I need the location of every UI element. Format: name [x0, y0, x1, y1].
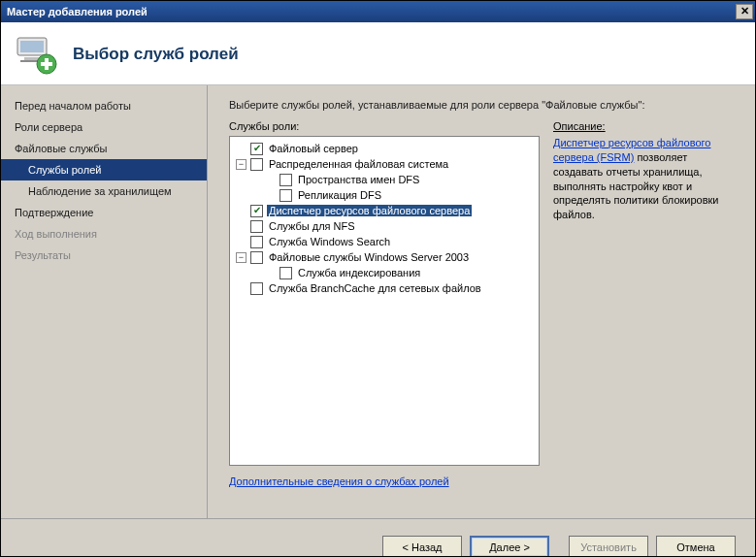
title-bar: Мастер добавления ролей ✕	[1, 1, 755, 22]
tree-row[interactable]: ✔Файловый сервер	[232, 141, 537, 156]
intro-text: Выберите службы ролей, устанавливаемые д…	[229, 99, 740, 111]
checkbox[interactable]	[250, 282, 263, 295]
tree-row[interactable]: Служба BranchCache для сетевых файлов	[232, 280, 537, 296]
role-services-tree[interactable]: ✔Файловый сервер−Распределенная файловая…	[229, 136, 540, 466]
tree-item-label[interactable]: Служба индексирования	[296, 267, 422, 278]
button-bar: < Назад Далее > Установить Отмена	[1, 518, 755, 557]
tree-row[interactable]: Служба Windows Search	[232, 234, 537, 249]
tree-item-label[interactable]: Репликация DFS	[296, 189, 383, 201]
tree-row[interactable]: Служба индексирования	[232, 265, 537, 280]
tree-row[interactable]: Репликация DFS	[232, 187, 537, 203]
page-title: Выбор служб ролей	[73, 45, 239, 64]
collapse-icon[interactable]: −	[236, 159, 247, 170]
tree-row[interactable]: −Файловые службы Windows Server 2003	[232, 249, 537, 265]
tree-item-label[interactable]: Службы для NFS	[267, 220, 357, 232]
sidebar-item[interactable]: Файловые службы	[1, 138, 207, 159]
tree-item-label[interactable]: Пространства имен DFS	[296, 174, 421, 185]
more-info-link[interactable]: Дополнительные сведения о службах ролей	[229, 475, 540, 487]
cancel-button[interactable]: Отмена	[656, 536, 736, 557]
checkbox[interactable]: ✔	[250, 205, 263, 217]
tree-row[interactable]: Пространства имен DFS	[232, 172, 537, 187]
sidebar-item[interactable]: Перед началом работы	[1, 95, 207, 116]
tree-item-label[interactable]: Диспетчер ресурсов файлового сервера	[267, 205, 472, 216]
sidebar-item[interactable]: Роли сервера	[1, 116, 207, 138]
checkbox[interactable]: ✔	[250, 143, 263, 155]
tree-item-label[interactable]: Файловые службы Windows Server 2003	[267, 251, 471, 263]
wizard-body: Перед началом работыРоли сервераФайловые…	[1, 85, 755, 518]
collapse-icon[interactable]: −	[236, 252, 247, 263]
checkbox[interactable]	[250, 158, 263, 171]
tree-heading: Службы роли:	[229, 120, 540, 132]
checkbox[interactable]	[250, 236, 263, 248]
window-title: Мастер добавления ролей	[7, 6, 148, 17]
checkbox[interactable]	[279, 267, 292, 279]
svg-rect-6	[41, 62, 52, 66]
install-button[interactable]: Установить	[569, 536, 648, 557]
wizard-header: Выбор служб ролей	[1, 22, 755, 85]
sidebar-item[interactable]: Службы ролей	[1, 159, 207, 180]
tree-item-label[interactable]: Файловый сервер	[267, 143, 360, 154]
checkbox[interactable]	[279, 174, 292, 186]
nav-sidebar: Перед началом работыРоли сервераФайловые…	[1, 85, 208, 518]
sidebar-item[interactable]: Наблюдение за хранилищем	[1, 180, 207, 202]
description-text: Диспетчер ресурсов файлового сервера (FS…	[553, 136, 740, 222]
tree-row[interactable]: −Распределенная файловая система	[232, 156, 537, 172]
back-button[interactable]: < Назад	[382, 536, 462, 557]
close-button[interactable]: ✕	[736, 4, 753, 19]
sidebar-item: Ход выполнения	[1, 223, 207, 245]
tree-item-label[interactable]: Распределенная файловая система	[267, 158, 450, 170]
sidebar-item[interactable]: Подтверждение	[1, 202, 207, 223]
svg-rect-1	[20, 41, 44, 52]
tree-row[interactable]: Службы для NFS	[232, 218, 537, 234]
checkbox[interactable]	[250, 251, 263, 264]
checkbox[interactable]	[279, 189, 292, 202]
sidebar-item: Результаты	[1, 245, 207, 266]
tree-item-label[interactable]: Служба BranchCache для сетевых файлов	[267, 282, 483, 294]
tree-item-label[interactable]: Служба Windows Search	[267, 236, 392, 247]
tree-row[interactable]: ✔Диспетчер ресурсов файлового сервера	[232, 203, 537, 218]
checkbox[interactable]	[250, 220, 263, 233]
description-heading: Описание:	[553, 120, 740, 132]
next-button[interactable]: Далее >	[470, 536, 549, 557]
content-pane: Выберите службы ролей, устанавливаемые д…	[208, 85, 755, 518]
wizard-icon	[15, 32, 59, 77]
